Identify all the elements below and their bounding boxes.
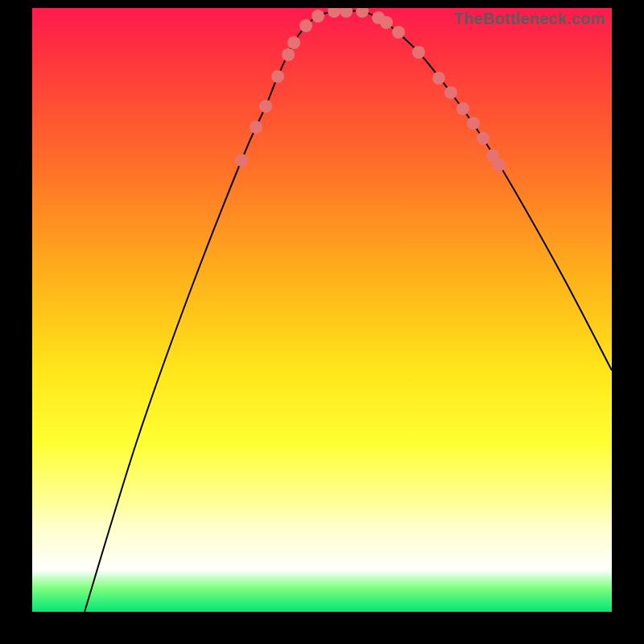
bottleneck-curve	[85, 10, 612, 612]
data-point	[372, 11, 385, 24]
data-point	[380, 16, 393, 29]
watermark: TheBottleneck.com	[454, 10, 605, 28]
data-point	[282, 48, 295, 61]
data-point	[392, 26, 405, 39]
chart-container: TheBottleneck.com	[0, 0, 644, 644]
data-point	[412, 46, 425, 59]
data-point	[299, 19, 312, 32]
data-point	[250, 121, 262, 134]
data-point	[477, 132, 489, 145]
data-point	[235, 154, 248, 167]
data-point	[287, 36, 300, 49]
plot-area: TheBottleneck.com	[32, 8, 612, 612]
data-point	[271, 70, 284, 83]
data-point	[467, 117, 480, 130]
data-point	[356, 8, 369, 18]
data-point	[340, 8, 353, 18]
data-point	[493, 159, 506, 171]
data-point	[444, 86, 457, 99]
data-point	[259, 100, 272, 113]
data-point	[486, 149, 499, 162]
curve-markers	[235, 8, 506, 171]
data-point	[312, 10, 324, 23]
data-point	[456, 102, 469, 115]
curve-layer	[32, 8, 612, 612]
data-point	[328, 8, 341, 18]
data-point	[432, 72, 445, 85]
